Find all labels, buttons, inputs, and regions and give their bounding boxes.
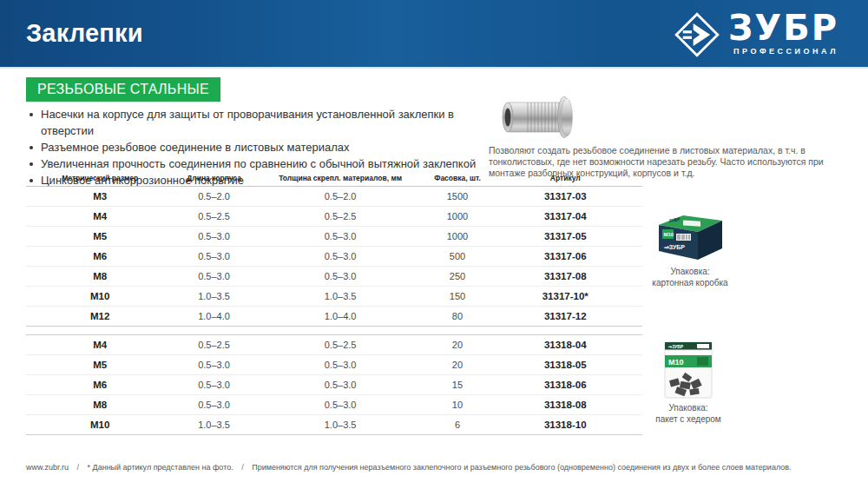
size-cell: M4 bbox=[26, 207, 174, 227]
table-row: M60.5–3.00.5–3.050031317-06 bbox=[26, 247, 642, 267]
svg-text:M10: M10 bbox=[668, 358, 684, 367]
column-header: Фасовка, шт. bbox=[426, 171, 488, 187]
feature-item: Насечки на корпусе для защиты от провора… bbox=[26, 106, 495, 139]
size-cell: M10 bbox=[26, 287, 174, 307]
value-cell: 15 bbox=[426, 375, 488, 395]
svg-text:⇒ЗУБР: ⇒ЗУБР bbox=[664, 244, 685, 250]
table-row: M40.5–2.50.5–2.5100031317-04 bbox=[26, 207, 642, 227]
article-cell: 31317-05 bbox=[488, 227, 642, 247]
value-cell: 150 bbox=[426, 287, 488, 307]
size-cell: M5 bbox=[26, 227, 174, 247]
footnote-usage: Применяются для получения неразъемного з… bbox=[252, 463, 791, 472]
article-cell: 31318-06 bbox=[488, 375, 642, 395]
value-cell: 1000 bbox=[426, 207, 488, 227]
value-cell: 250 bbox=[426, 267, 488, 287]
table-row: M101.0–3.51.0–3.5631318-10 bbox=[26, 415, 642, 435]
table-row: M60.5–3.00.5–3.01531318-06 bbox=[26, 375, 642, 395]
value-cell: 1500 bbox=[426, 187, 488, 207]
value-cell: 0.5–3.0 bbox=[254, 375, 427, 395]
value-cell: 20 bbox=[426, 335, 488, 355]
column-header: Артикул bbox=[488, 171, 642, 187]
size-cell: M3 bbox=[26, 187, 174, 207]
size-cell: M6 bbox=[26, 375, 174, 395]
table-row: M121.0–4.01.0–4.08031317-12 bbox=[26, 307, 642, 327]
packaging-carton: ЗУБР M10 ⇒ЗУБР Упаковка: картонная короб… bbox=[642, 210, 738, 288]
packaging-bag: ⇒ЗУБР M10 Упаковка: пакет с хедером bbox=[641, 341, 736, 425]
zubr-diamond-icon bbox=[674, 12, 720, 57]
footnote-article: * Данный артикул представлен на фото. bbox=[88, 463, 233, 472]
packaging-caption: Упаковка: картонная коробка bbox=[642, 266, 738, 288]
value-cell: 1000 bbox=[426, 227, 488, 247]
svg-text:⇒ЗУБР: ⇒ЗУБР bbox=[668, 344, 684, 349]
value-cell: 0.5–2.5 bbox=[254, 207, 427, 227]
feature-item: Увеличенная прочность соединения по срав… bbox=[26, 155, 495, 172]
packaging-caption: Упаковка: пакет с хедером bbox=[641, 402, 736, 425]
spec-table-carton: Метрический размерДлина корпусаТолщина с… bbox=[26, 171, 642, 327]
value-cell: 0.5–2.0 bbox=[254, 187, 427, 207]
value-cell: 0.5–3.0 bbox=[254, 227, 427, 247]
value-cell: 0.5–3.0 bbox=[174, 355, 253, 375]
value-cell: 1.0–3.5 bbox=[254, 415, 427, 435]
table-row: M80.5–3.00.5–3.01031318-08 bbox=[26, 395, 642, 415]
value-cell: 0.5–3.0 bbox=[174, 375, 253, 395]
size-cell: M12 bbox=[26, 307, 174, 327]
size-cell: M6 bbox=[26, 247, 174, 267]
section-badge: РЕЗЬБОВЫЕ СТАЛЬНЫЕ bbox=[26, 77, 220, 102]
size-cell: M5 bbox=[26, 355, 174, 375]
value-cell: 10 bbox=[426, 395, 488, 415]
value-cell: 1.0–4.0 bbox=[254, 307, 427, 327]
value-cell: 0.5–3.0 bbox=[254, 247, 427, 267]
value-cell: 0.5–2.0 bbox=[174, 187, 253, 207]
size-cell: M8 bbox=[26, 395, 174, 415]
article-cell: 31317-04 bbox=[488, 207, 642, 227]
column-header: Толщина скрепл. материалов, мм bbox=[254, 171, 427, 187]
table-row: M50.5–3.00.5–3.02031318-05 bbox=[26, 355, 642, 375]
footer: www.zubr.ru / * Данный артикул представл… bbox=[26, 463, 851, 472]
value-cell: 0.5–2.5 bbox=[174, 335, 253, 355]
rivet-nut-photo bbox=[498, 89, 582, 147]
article-cell: 31317-10* bbox=[488, 287, 642, 307]
feature-item: Разъемное резьбовое соединение в листовы… bbox=[26, 139, 495, 155]
value-cell: 0.5–2.5 bbox=[174, 207, 253, 227]
table-row: M40.5–2.50.5–2.52031318-04 bbox=[26, 335, 642, 355]
value-cell: 0.5–3.0 bbox=[254, 267, 427, 287]
article-cell: 31318-04 bbox=[488, 335, 642, 355]
footer-separator: / bbox=[241, 463, 244, 472]
value-cell: 6 bbox=[426, 415, 488, 435]
article-cell: 31318-05 bbox=[488, 355, 642, 375]
size-cell: M8 bbox=[26, 267, 174, 287]
value-cell: 1.0–3.5 bbox=[174, 287, 253, 307]
carton-box-image: ЗУБР M10 ⇒ЗУБР bbox=[654, 210, 727, 262]
value-cell: 1.0–3.5 bbox=[254, 287, 427, 307]
value-cell: 1.0–3.5 bbox=[174, 415, 253, 435]
value-cell: 1.0–4.0 bbox=[174, 307, 253, 327]
table-row: M80.5–3.00.5–3.025031317-08 bbox=[26, 267, 642, 287]
value-cell: 500 bbox=[426, 247, 488, 267]
table-row: M50.5–3.00.5–3.0100031317-05 bbox=[26, 227, 642, 247]
size-cell: M4 bbox=[26, 335, 174, 355]
column-header: Метрический размер bbox=[26, 171, 174, 187]
article-cell: 31317-08 bbox=[488, 267, 642, 287]
value-cell: 80 bbox=[426, 307, 488, 327]
value-cell: 0.5–3.0 bbox=[174, 247, 253, 267]
article-cell: 31317-12 bbox=[488, 307, 642, 327]
site-link[interactable]: www.zubr.ru bbox=[26, 463, 69, 472]
value-cell: 0.5–3.0 bbox=[174, 227, 253, 247]
spec-table-bag: M40.5–2.50.5–2.52031318-04M50.5–3.00.5–3… bbox=[26, 334, 642, 435]
brand-text: ЗУБР ПРОФЕССИОНАЛ bbox=[728, 10, 838, 56]
column-header: Длина корпуса bbox=[174, 171, 253, 187]
header-bag-image: ⇒ЗУБР M10 bbox=[659, 341, 718, 399]
table-row: M30.5–2.00.5–2.0150031317-03 bbox=[26, 187, 642, 207]
value-cell: 0.5–3.0 bbox=[254, 395, 427, 415]
value-cell: 0.5–2.5 bbox=[254, 335, 427, 355]
article-cell: 31317-06 bbox=[488, 247, 642, 267]
value-cell: 0.5–3.0 bbox=[174, 395, 253, 415]
size-cell: M10 bbox=[26, 415, 174, 435]
value-cell: 20 bbox=[426, 355, 488, 375]
brand-name: ЗУБР bbox=[728, 10, 838, 45]
table-header-row: Метрический размерДлина корпусаТолщина с… bbox=[26, 171, 642, 187]
svg-text:M10: M10 bbox=[664, 232, 674, 237]
footer-separator: / bbox=[77, 463, 80, 472]
table-row: M101.0–3.51.0–3.515031317-10* bbox=[26, 287, 642, 307]
article-cell: 31317-03 bbox=[488, 187, 642, 207]
